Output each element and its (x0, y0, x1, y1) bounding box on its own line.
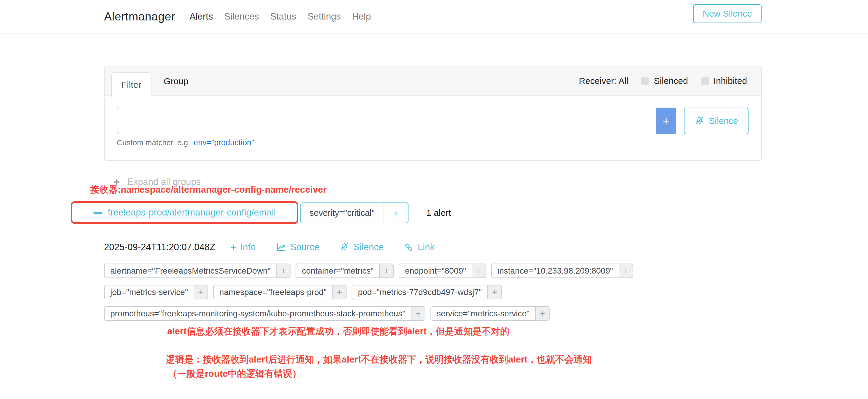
bell-slash-icon (694, 116, 705, 126)
app-brand[interactable]: Alertmanager (104, 10, 175, 23)
receiver-group-label: freeleaps-prod/alertmanager-config/email (108, 207, 276, 218)
plus-icon: + (198, 287, 204, 297)
matcher-input[interactable] (117, 108, 656, 134)
plus-icon: + (230, 242, 236, 253)
annotation-highlight-box: freeleaps-prod/alertmanager-config/email (71, 201, 298, 224)
label-chip: alertname="FreeleapsMetricsServiceDown" … (104, 264, 290, 278)
plus-icon: + (623, 266, 628, 276)
label-value: prometheus="freeleaps-monitoring-system/… (104, 306, 411, 321)
plus-icon: + (384, 266, 389, 276)
nav-item-alerts[interactable]: Alerts (189, 11, 213, 22)
alert-link-button[interactable]: Link (404, 242, 435, 252)
filter-panel: Filter Group Receiver: All Silenced Inhi… (104, 66, 762, 161)
nav-item-help[interactable]: Help (352, 11, 371, 22)
label-value: endpoint="8009" (399, 264, 472, 278)
silenced-checkbox[interactable] (641, 77, 649, 85)
label-value: container="metrics" (296, 264, 380, 278)
matcher-example-link[interactable]: env="production" (193, 138, 254, 147)
alert-source-link[interactable]: Source (276, 242, 319, 252)
silence-button-label: Silence (709, 116, 738, 126)
inhibited-label: Inhibited (714, 76, 747, 86)
alert-count: 1 alert (426, 203, 451, 223)
plus-icon: + (540, 309, 545, 319)
chart-line-icon (276, 242, 286, 252)
label-chip: prometheus="freeleaps-monitoring-system/… (104, 306, 425, 321)
silenced-label: Silenced (654, 76, 688, 86)
label-value: pod="metrics-77d9cdb497-wdsj7" (351, 285, 488, 299)
filter-panel-body: + Silence Custom matcher, e.g. env="prod… (105, 96, 761, 147)
annotation-config-note: alert信息必须在接收器下才表示配置成功，否则即使能看到alert，但是通知是… (167, 325, 509, 338)
hint-text: Custom matcher, e.g. (117, 138, 190, 147)
receiver-group-button[interactable]: freeleaps-prod/alertmanager-config/email (93, 207, 276, 218)
nav-item-settings[interactable]: Settings (307, 11, 341, 22)
silenced-filter-toggle[interactable]: Silenced (641, 76, 688, 86)
label-value: job="metrics-service" (104, 285, 194, 299)
alert-labels: alertname="FreeleapsMetricsServiceDown" … (104, 264, 633, 328)
label-add-filter-button[interactable]: + (411, 306, 425, 321)
plus-icon: + (337, 287, 342, 297)
alert-header-row: 2025-09-24T11:20:07.048Z + Info Source S… (104, 239, 455, 255)
link-icon (404, 242, 414, 252)
plus-icon: + (476, 266, 482, 276)
label-chip: job="metrics-service" + (104, 285, 208, 299)
label-row: alertname="FreeleapsMetricsServiceDown" … (104, 264, 633, 278)
label-add-filter-button[interactable]: + (277, 264, 290, 278)
label-chip: pod="metrics-77d9cdb497-wdsj7" + (351, 285, 502, 299)
main-nav: Alerts Silences Status Settings Help (189, 11, 371, 22)
label-value: namespace="freeleaps-prod" (213, 285, 333, 299)
silence-label: Silence (353, 242, 383, 252)
label-chip: instance="10.233.98.209:8009" + (491, 264, 633, 278)
plus-icon: + (415, 309, 421, 319)
add-matcher-button[interactable]: + (656, 108, 676, 134)
navbar: Alertmanager Alerts Silences Status Sett… (0, 0, 868, 33)
nav-item-silences[interactable]: Silences (224, 11, 259, 22)
alert-timestamp: 2025-09-24T11:20:07.048Z (104, 242, 215, 252)
label-add-filter-button[interactable]: + (488, 285, 502, 299)
collapse-minus-icon (93, 212, 102, 214)
group-matcher-label[interactable]: severity="critical" (301, 203, 383, 223)
tab-group[interactable]: Group (160, 66, 192, 96)
plus-icon: + (393, 207, 399, 219)
alert-info-button[interactable]: + Info (230, 242, 255, 253)
label-row: job="metrics-service" + namespace="freel… (104, 285, 633, 299)
plus-icon: + (281, 266, 286, 276)
label-chip: container="metrics" + (296, 264, 394, 278)
inhibited-checkbox[interactable] (701, 77, 709, 85)
nav-item-status[interactable]: Status (270, 11, 297, 22)
group-matcher-add-button[interactable]: + (383, 203, 408, 223)
bell-slash-icon (339, 242, 349, 252)
plus-icon: + (492, 287, 497, 297)
label-chip: endpoint="8009" + (399, 264, 486, 278)
label-value: instance="10.233.98.209:8009" (491, 264, 619, 278)
label-value: alertname="FreeleapsMetricsServiceDown" (104, 264, 277, 278)
plus-icon: + (662, 115, 670, 128)
info-label: Info (240, 242, 255, 252)
label-add-filter-button[interactable]: + (536, 306, 550, 321)
annotation-logic-note: 逻辑是：接收器收到alert后进行通知，如果alert不在接收器下，说明接收器没… (166, 354, 592, 366)
filter-options: Receiver: All Silenced Inhibited (579, 76, 761, 86)
new-silence-button[interactable]: New Silence (693, 4, 762, 23)
group-matcher-chip: severity="critical" + (300, 203, 408, 223)
alert-silence-button[interactable]: Silence (339, 242, 383, 252)
label-row: prometheus="freeleaps-monitoring-system/… (104, 306, 633, 321)
label-add-filter-button[interactable]: + (194, 285, 208, 299)
label-add-filter-button[interactable]: + (619, 264, 633, 278)
filter-panel-header: Filter Group Receiver: All Silenced Inhi… (105, 66, 761, 96)
label-add-filter-button[interactable]: + (472, 264, 486, 278)
tab-filter[interactable]: Filter (111, 72, 152, 97)
receiver-filter-dropdown[interactable]: Receiver: All (579, 76, 628, 86)
label-chip: namespace="freeleaps-prod" + (213, 285, 347, 299)
link-label: Link (418, 242, 435, 252)
label-chip: service="metrics-service" + (430, 306, 550, 321)
source-label: Source (290, 242, 319, 252)
inhibited-filter-toggle[interactable]: Inhibited (701, 76, 747, 86)
custom-matcher-hint: Custom matcher, e.g. env="production" (117, 138, 748, 147)
silence-button[interactable]: Silence (684, 108, 748, 134)
label-value: service="metrics-service" (430, 306, 536, 321)
matcher-input-group: + (117, 108, 676, 134)
label-add-filter-button[interactable]: + (333, 285, 346, 299)
annotation-logic-note-2: （一般是route中的逻辑有错误） (168, 368, 302, 380)
annotation-receiver-note: 接收器:namespace/altermanager-config-name/r… (90, 183, 327, 196)
label-add-filter-button[interactable]: + (380, 264, 394, 278)
